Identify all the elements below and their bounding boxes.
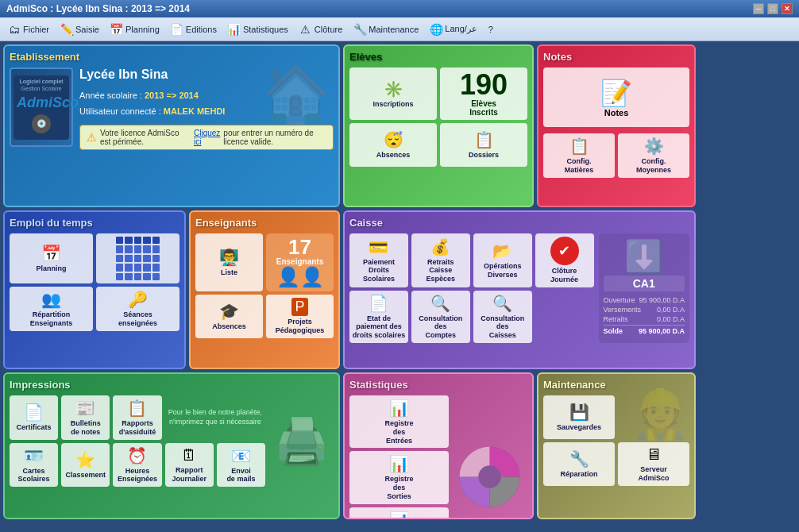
saisie-icon: ✏️	[60, 23, 73, 36]
paiement-droits-tile[interactable]: 💳 PaiementDroitsScolaires	[349, 233, 408, 287]
absences-ens-tile[interactable]: 🎓 Absences	[195, 295, 263, 338]
registre-entrees-tile[interactable]: 📊 RegistredesEntrées	[349, 395, 449, 448]
caisse-summary-rows: Ouverture 95 900,00 D.A Versements 0,00 …	[604, 296, 685, 335]
pie-chart-area	[452, 439, 527, 516]
seances-tile[interactable]: 🔑 Séancesenseignées	[96, 287, 179, 331]
calendar-visual[interactable]	[96, 233, 179, 283]
eleves-count-label: ElèvesInscrits	[469, 99, 498, 117]
notes-big-icon: 📝	[600, 78, 632, 108]
liste-icon: 👨‍🏫	[219, 248, 239, 267]
menu-fichier[interactable]: 🗂 Fichier	[3, 21, 54, 38]
planning-icon: 📅	[41, 244, 61, 263]
rapports-tile[interactable]: 📋 Rapportsd'assiduité	[113, 395, 161, 440]
retraits-icon: 💰	[430, 237, 450, 256]
etablissement-title: Etablissement	[10, 51, 334, 63]
absences-tile[interactable]: 😴 Absences	[349, 123, 437, 167]
house-icon: 🏠	[261, 62, 330, 127]
license-warning: ⚠ Votre licence AdmiSco est périmée. Cli…	[79, 125, 334, 150]
etat-paiement-tile[interactable]: 📄 Etat depaiement desdroits scolaires	[349, 291, 408, 343]
maintenance-menu-icon: 🔧	[353, 23, 366, 36]
inscriptions-label: Inscriptions	[372, 100, 413, 109]
operations-diverses-tile[interactable]: 📂 OpérationsDiverses	[473, 233, 532, 287]
notes-grid: 📝 Notes 📋 Config.Matières ⚙️ Config.Moye…	[543, 67, 689, 178]
bulletins-tile[interactable]: 📰 Bulletinsde notes	[61, 395, 110, 440]
enseignants-count-label: Enseignants	[276, 257, 323, 266]
menu-saisie[interactable]: ✏️ Saisie	[56, 21, 104, 38]
cloture-journee-tile[interactable]: ✔ ClôtureJournée	[535, 233, 594, 287]
menu-editions[interactable]: 📄 Editions	[166, 21, 222, 38]
printer-visual: 🖨️	[270, 395, 334, 487]
ca1-area: ⬇️ CA1	[604, 238, 685, 291]
menu-maintenance[interactable]: 🔧 Maintenance	[349, 21, 423, 38]
dossiers-tile[interactable]: 📋 Dossiers	[440, 123, 527, 167]
ca1-label: CA1	[604, 276, 685, 291]
heures-tile[interactable]: ⏰ HeuresEnseignées	[113, 443, 161, 488]
pie-chart	[452, 439, 527, 515]
close-button[interactable]: ✕	[782, 3, 793, 14]
seances-icon: 🔑	[128, 290, 148, 309]
cartes-tile[interactable]: 🪪 CartesScolaires	[10, 443, 58, 488]
sauvegardes-tile[interactable]: 💾 Sauvegardes	[543, 395, 615, 439]
caisse-layout: 💳 PaiementDroitsScolaires 💰 RetraitsCais…	[349, 233, 689, 343]
cloture-icon: ✔	[550, 237, 579, 265]
ca1-download-icon: ⬇️	[604, 238, 685, 276]
emploi-title: Emploi du temps	[10, 217, 179, 229]
menu-cloture[interactable]: ⚠ Clôture	[295, 21, 347, 38]
serveur-tile[interactable]: 🖥 ServeurAdmiSco	[618, 442, 689, 486]
svg-point-1	[478, 465, 501, 488]
minimize-button[interactable]: ─	[753, 3, 764, 14]
retraits-caisse-tile[interactable]: 💰 RetraitsCaisseEspèces	[411, 233, 470, 287]
certificats-tile[interactable]: 📄 Certificats	[10, 395, 58, 440]
impressions-panel: Impressions 📄 Certificats 📰 Bulletinsde …	[3, 372, 340, 519]
license-link[interactable]: Cliquez ici	[194, 129, 220, 146]
menu-planning[interactable]: 📅 Planning	[106, 21, 164, 38]
maintenance-panel: Maintenance 👷 💾 Sauvegardes 🔧 Réparation…	[537, 372, 696, 519]
liste-tile[interactable]: 👨‍🏫 Liste	[195, 233, 263, 291]
warning-icon: ⚠	[87, 131, 97, 144]
enseignants-count: 17 Enseignants 👤👤	[266, 233, 334, 291]
config-matieres-tile[interactable]: 📋 Config.Matières	[543, 133, 615, 178]
maximize-button[interactable]: □	[767, 3, 778, 14]
inscriptions-tile[interactable]: ✳️ Inscriptions	[349, 67, 437, 120]
enseignants-number: 17	[288, 237, 311, 257]
titlebar: AdmiSco : Lycée Ibn Sina : 2013 => 2014 …	[0, 0, 799, 17]
etablissement-content: Logiciel complet Gestion Scolaire AdmiSc…	[10, 67, 334, 150]
maintenance-bg-icon: 👷	[631, 386, 690, 442]
seances-label: Séancesenseignées	[118, 310, 157, 328]
cloture-icon: ⚠	[299, 23, 312, 36]
impressions-tiles-area: 📄 Certificats 📰 Bulletinsde notes 📋 Rapp…	[10, 395, 265, 487]
window-controls[interactable]: ─ □ ✕	[753, 3, 793, 14]
enseignants-group-icon: 👤👤	[276, 266, 324, 288]
consult-comptes-tile[interactable]: 🔍 ConsultationdesComptes	[411, 291, 470, 343]
menu-statistiques[interactable]: 📊 Statistiques	[223, 21, 293, 38]
rapport-journalier-tile[interactable]: 🗓 RapportJournalier	[165, 443, 214, 488]
main-content: Etablissement Logiciel complet Gestion S…	[0, 41, 799, 532]
heures-icon: ⏰	[127, 446, 147, 465]
eleves-title: Elèves	[349, 51, 527, 63]
notes-tile[interactable]: 📝 Notes	[543, 67, 689, 127]
eleves-panel: Elèves ✳️ Inscriptions 190 ElèvesInscrit…	[343, 44, 534, 207]
lang-icon: 🌐	[430, 23, 442, 36]
envoi-mails-tile[interactable]: 📧 Envoide mails	[217, 443, 265, 488]
reparation-icon: 🔧	[569, 449, 589, 468]
planning-tile[interactable]: 📅 Planning	[10, 233, 93, 283]
etablissement-panel: Etablissement Logiciel complet Gestion S…	[3, 44, 340, 207]
serveur-icon: 🖥	[646, 445, 662, 464]
impressions-row2: 🪪 CartesScolaires ⭐ Classement ⏰ HeuresE…	[10, 443, 265, 488]
summary-row-ouverture: Ouverture 95 900,00 D.A	[604, 296, 685, 304]
pyramide-ages-tile[interactable]: 📊 PyramidedesÂges	[349, 507, 449, 519]
registre-sorties-tile[interactable]: 📊 RegistredesSorties	[349, 451, 449, 503]
config-moyennes-tile[interactable]: ⚙️ Config.Moyennes	[618, 133, 689, 178]
menu-lang[interactable]: 🌐 Lang/عر	[425, 21, 482, 38]
reparation-tile[interactable]: 🔧 Réparation	[543, 442, 615, 486]
classement-tile[interactable]: ⭐ Classement	[61, 443, 110, 488]
notes-title: Notes	[543, 51, 689, 63]
projets-tile[interactable]: P ProjetsPédagogiques	[266, 295, 334, 338]
impressions-title: Impressions	[10, 379, 334, 391]
statistiques-title: Statistiques	[349, 379, 527, 391]
consult-caisses-tile[interactable]: 🔍 ConsultationdesCaisses	[473, 291, 532, 343]
certificats-icon: 📄	[24, 403, 44, 422]
repartition-tile[interactable]: 👥 RépartitionEnseignants	[10, 287, 93, 331]
menu-help[interactable]: ?	[484, 22, 498, 37]
admisco-logo: Logiciel complet Gestion Scolaire AdmiSc…	[10, 67, 73, 147]
